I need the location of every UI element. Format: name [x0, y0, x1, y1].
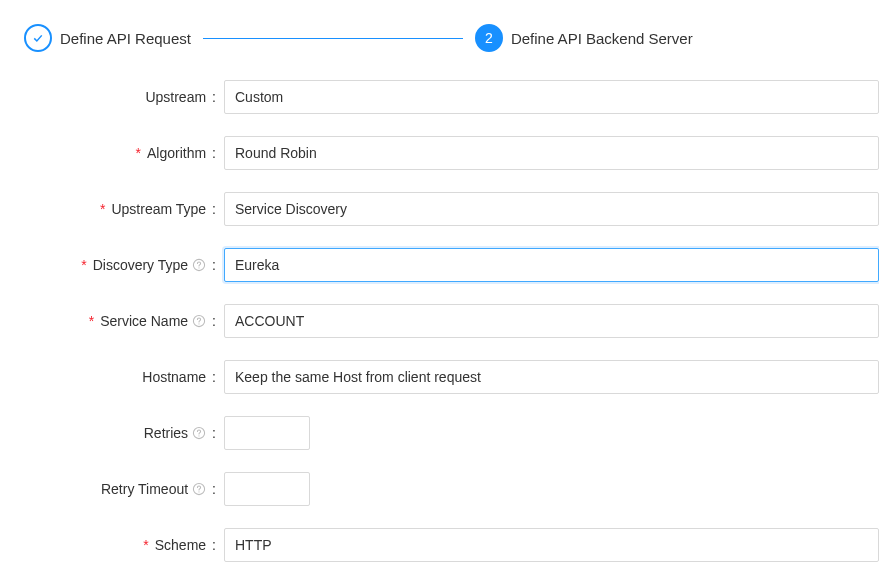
label-text-retries: Retries [144, 425, 188, 441]
label-hostname: Hostname: [24, 369, 224, 385]
row-scheme: * Scheme: HTTP [24, 528, 879, 562]
svg-point-7 [199, 491, 200, 492]
control-upstream: Custom [224, 80, 879, 114]
label-text-algorithm: Algorithm [147, 145, 206, 161]
scheme-select[interactable]: HTTP [224, 528, 879, 562]
control-hostname: Keep the same Host from client request [224, 360, 879, 394]
colon: : [212, 369, 216, 385]
hostname-select[interactable]: Keep the same Host from client request [224, 360, 879, 394]
hostname-value: Keep the same Host from client request [235, 369, 481, 385]
row-upstream-type: * Upstream Type: Service Discovery [24, 192, 879, 226]
stepper-connector [203, 38, 463, 39]
label-text-hostname: Hostname [142, 369, 206, 385]
step-define-api-backend[interactable]: 2 Define API Backend Server [475, 24, 693, 52]
colon: : [212, 313, 216, 329]
label-text-retry-timeout: Retry Timeout [101, 481, 188, 497]
label-text-service-name: Service Name [100, 313, 188, 329]
label-retry-timeout: Retry Timeout : [24, 481, 224, 497]
row-upstream: Upstream: Custom [24, 80, 879, 114]
label-text-upstream-type: Upstream Type [111, 201, 206, 217]
required-star: * [136, 145, 141, 161]
svg-point-1 [199, 267, 200, 268]
row-algorithm: * Algorithm: Round Robin [24, 136, 879, 170]
algorithm-select[interactable]: Round Robin [224, 136, 879, 170]
label-algorithm: * Algorithm: [24, 145, 224, 161]
row-discovery-type: * Discovery Type : Eureka [24, 248, 879, 282]
control-retry-timeout [224, 472, 879, 506]
algorithm-value: Round Robin [235, 145, 317, 161]
colon: : [212, 257, 216, 273]
label-scheme: * Scheme: [24, 537, 224, 553]
control-algorithm: Round Robin [224, 136, 879, 170]
colon: : [212, 481, 216, 497]
step2-circle: 2 [475, 24, 503, 52]
svg-point-5 [199, 435, 200, 436]
discovery-type-value: Eureka [235, 257, 279, 273]
svg-point-3 [199, 323, 200, 324]
required-star: * [143, 537, 148, 553]
retry-timeout-input[interactable] [224, 472, 310, 506]
upstream-type-value: Service Discovery [235, 201, 347, 217]
row-hostname: Hostname: Keep the same Host from client… [24, 360, 879, 394]
api-backend-form-page: Define API Request 2 Define API Backend … [0, 0, 879, 579]
label-discovery-type: * Discovery Type : [24, 257, 224, 273]
required-star: * [100, 201, 105, 217]
label-service-name: * Service Name : [24, 313, 224, 329]
colon: : [212, 425, 216, 441]
row-service-name: * Service Name : ACCOUNT [24, 304, 879, 338]
service-name-value: ACCOUNT [235, 313, 304, 329]
required-star: * [81, 257, 86, 273]
scheme-value: HTTP [235, 537, 272, 553]
help-icon[interactable] [192, 482, 206, 496]
step1-circle [24, 24, 52, 52]
label-upstream: Upstream: [24, 89, 224, 105]
control-scheme: HTTP [224, 528, 879, 562]
discovery-type-select[interactable]: Eureka [224, 248, 879, 282]
control-discovery-type: Eureka [224, 248, 879, 282]
colon: : [212, 145, 216, 161]
service-name-input[interactable]: ACCOUNT [224, 304, 879, 338]
help-icon[interactable] [192, 258, 206, 272]
step1-label: Define API Request [60, 30, 191, 47]
backend-server-form: Upstream: Custom * Algorithm: Round Robi… [24, 80, 879, 562]
upstream-value: Custom [235, 89, 283, 105]
control-retries [224, 416, 879, 450]
retries-input[interactable] [224, 416, 310, 450]
upstream-type-select[interactable]: Service Discovery [224, 192, 879, 226]
step2-number: 2 [485, 30, 493, 46]
label-text-scheme: Scheme [155, 537, 206, 553]
label-text-discovery-type: Discovery Type [93, 257, 188, 273]
row-retries: Retries : [24, 416, 879, 450]
label-retries: Retries : [24, 425, 224, 441]
colon: : [212, 89, 216, 105]
row-retry-timeout: Retry Timeout : [24, 472, 879, 506]
required-star: * [89, 313, 94, 329]
label-upstream-type: * Upstream Type: [24, 201, 224, 217]
help-icon[interactable] [192, 314, 206, 328]
control-upstream-type: Service Discovery [224, 192, 879, 226]
upstream-select[interactable]: Custom [224, 80, 879, 114]
step2-label: Define API Backend Server [511, 30, 693, 47]
control-service-name: ACCOUNT [224, 304, 879, 338]
stepper: Define API Request 2 Define API Backend … [24, 24, 879, 52]
step-define-api-request[interactable]: Define API Request [24, 24, 191, 52]
colon: : [212, 537, 216, 553]
check-icon [32, 32, 44, 44]
colon: : [212, 201, 216, 217]
help-icon[interactable] [192, 426, 206, 440]
label-text-upstream: Upstream [145, 89, 206, 105]
